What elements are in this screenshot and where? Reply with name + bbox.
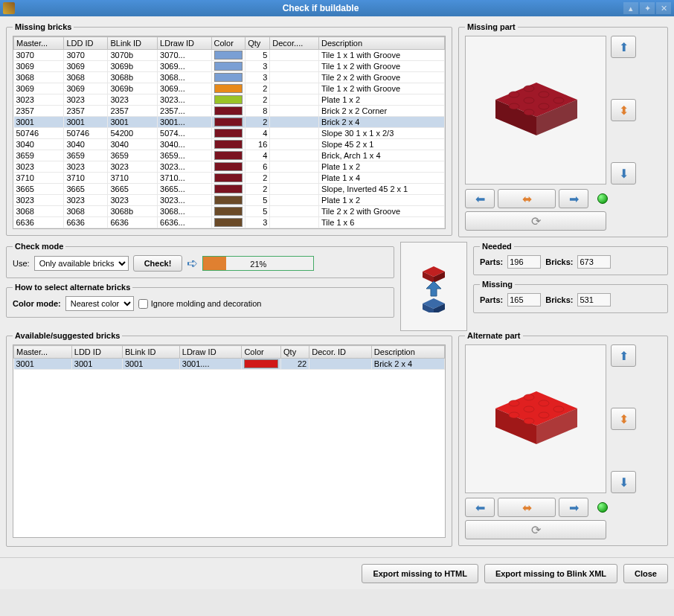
column-header[interactable]: Qty [245, 37, 270, 50]
alternate-mode-group: How to select alternate bricks Color mod… [6, 283, 394, 318]
table-row[interactable]: 306830683068b3068...3Tile 2 x 2 with Gro… [14, 72, 445, 83]
close-window-button[interactable]: ✕ [656, 2, 671, 14]
arrow-right-icon: ➪ [187, 255, 198, 272]
alt-rotate-up-button[interactable]: ⬆ [611, 344, 636, 367]
reload-alt-button[interactable]: ⟳ [465, 520, 606, 539]
svg-point-3 [509, 92, 519, 97]
table-row[interactable]: 3001300130013001...2Brick 2 x 4 [14, 117, 445, 128]
arrow-left-icon: ⬅ [475, 192, 485, 206]
column-header[interactable]: Decor.... [270, 37, 319, 50]
arrow-up-icon: ⬆ [619, 40, 629, 54]
table-row[interactable]: 3023302330233023...2Plate 1 x 2 [14, 94, 445, 106]
ignore-molding-checkbox[interactable] [138, 299, 148, 309]
table-row[interactable]: 3023302330233023...5Plate 1 x 2 [14, 195, 445, 206]
table-row[interactable]: 3710371037103710...2Plate 1 x 4 [14, 173, 445, 184]
table-row[interactable]: 3659365936593659...4Brick, Arch 1 x 4 [14, 150, 445, 161]
column-header[interactable]: Description [371, 346, 444, 359]
missing-bricks-value [577, 293, 611, 307]
column-header[interactable]: LDD ID [64, 37, 108, 50]
rotate-down-button[interactable]: ⬇ [611, 162, 636, 185]
color-mode-select[interactable]: Nearest color [65, 296, 134, 311]
table-row[interactable]: 3023302330233023...6Plate 1 x 2 [14, 161, 445, 173]
svg-point-5 [539, 92, 549, 97]
minimize-button[interactable]: ▴ [623, 2, 638, 14]
reload-icon: ⟳ [531, 214, 541, 228]
svg-point-24 [553, 406, 564, 412]
table-row[interactable]: 306930693069b3069...3Tile 1 x 2 with Gro… [14, 61, 445, 72]
column-header[interactable]: LDraw ID [158, 37, 211, 50]
table-row[interactable]: 3665366536653665...2Slope, Inverted 45 2… [14, 184, 445, 195]
column-header[interactable]: Master... [14, 346, 72, 359]
needed-group: Needed Parts: Bricks: [473, 242, 668, 275]
column-header[interactable]: Color [211, 37, 245, 50]
use-select[interactable]: Only available bricks [34, 256, 129, 271]
rotate-leftright-button[interactable]: ⬌ [498, 189, 556, 208]
use-label: Use: [13, 259, 30, 268]
rotate-up-button[interactable]: ⬆ [611, 36, 636, 58]
svg-point-26 [539, 412, 549, 418]
missing-bricks-table[interactable]: Master...LDD IDBLink IDLDraw IDColorQtyD… [13, 36, 445, 228]
missing-parts-label: Parts: [480, 295, 503, 304]
available-bricks-group: Available/suggested bricks Master...LDD … [6, 331, 452, 547]
table-row[interactable]: 307030703070b3070...5Tile 1 x 1 with Gro… [14, 50, 445, 61]
rotate-updown-button[interactable]: ⬍ [611, 99, 636, 121]
footer: Export missing to HTML Export missing to… [0, 557, 674, 589]
svg-point-21 [509, 400, 519, 406]
column-header[interactable]: Qty [281, 346, 309, 359]
close-button[interactable]: Close [623, 564, 668, 583]
color-swatch [214, 173, 243, 182]
color-swatch [214, 118, 243, 126]
arrow-down-icon: ⬇ [619, 167, 629, 181]
table-row[interactable]: 306830683068b3068...5Tile 2 x 2 with Gro… [14, 206, 445, 217]
table-row[interactable]: 3040304030403040...16Slope 45 2 x 1 [14, 139, 445, 150]
svg-marker-14 [426, 281, 441, 296]
arrow-down-icon: ⬇ [619, 475, 629, 490]
alt-rotate-right-button[interactable]: ➡ [559, 498, 588, 517]
table-row[interactable]: 3001300130013001....22Brick 2 x 4 [14, 359, 445, 370]
arrow-leftright-icon: ⬌ [522, 192, 532, 206]
svg-point-22 [524, 394, 534, 400]
window-title: Check if buildable [19, 3, 622, 13]
progress-bar: 21% [202, 256, 314, 271]
svg-point-8 [539, 103, 549, 109]
table-row[interactable]: 5074650746542005074...4Slope 30 1 x 1 x … [14, 128, 445, 139]
table-row[interactable]: 3035303530353035...1Plate 4 x 8 [14, 228, 445, 229]
export-html-button[interactable]: Export missing to HTML [362, 564, 478, 583]
convert-brick-button[interactable] [400, 242, 467, 331]
color-swatch [214, 129, 243, 138]
column-header[interactable]: LDD ID [71, 346, 122, 359]
alt-rotate-leftright-button[interactable]: ⬌ [498, 498, 556, 517]
arrow-updown-icon: ⬍ [619, 103, 629, 118]
ignore-molding-label: Ignore molding and decoration [151, 299, 262, 308]
alt-rotate-down-button[interactable]: ⬇ [611, 471, 636, 493]
reload-missing-button[interactable]: ⟳ [465, 211, 606, 231]
export-xml-button[interactable]: Export missing to Blink XML [484, 564, 617, 583]
column-header[interactable]: Description [319, 37, 445, 50]
column-header[interactable]: Color [242, 346, 281, 359]
rotate-left-button[interactable]: ⬅ [465, 189, 495, 208]
table-row[interactable]: 6636663666366636...3Tile 1 x 6 [14, 217, 445, 228]
maximize-button[interactable]: ✦ [640, 2, 655, 14]
svg-point-9 [509, 103, 519, 109]
available-bricks-table[interactable]: Master...LDD IDBLink IDLDraw IDColorQtyD… [13, 345, 445, 537]
check-button[interactable]: Check! [133, 255, 183, 272]
missing-part-preview [465, 36, 606, 185]
missing-part-legend: Missing part [465, 22, 518, 31]
column-header[interactable]: BLink ID [122, 346, 179, 359]
table-row[interactable]: 2357235723572357...8Brick 2 x 2 Corner [14, 106, 445, 117]
alt-rotate-updown-button[interactable]: ⬍ [611, 408, 636, 430]
table-row[interactable]: 306930693069b3069...2Tile 1 x 2 with Gro… [14, 83, 445, 94]
column-header[interactable]: BLink ID [108, 37, 158, 50]
svg-point-25 [524, 406, 534, 412]
svg-point-27 [509, 412, 519, 418]
color-swatch [214, 62, 243, 71]
rotate-right-button[interactable]: ➡ [559, 189, 588, 208]
arrow-right-icon: ➡ [569, 501, 579, 515]
color-swatch [214, 207, 243, 216]
alt-rotate-left-button[interactable]: ⬅ [465, 498, 495, 517]
column-header[interactable]: Decor. ID [309, 346, 372, 359]
column-header[interactable]: LDraw ID [179, 346, 242, 359]
column-header[interactable]: Master... [14, 37, 64, 50]
status-dot [597, 193, 608, 204]
color-swatch [214, 185, 243, 193]
